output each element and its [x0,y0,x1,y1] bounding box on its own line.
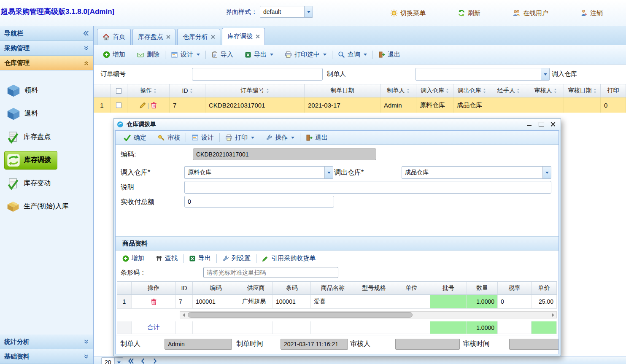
audit-button[interactable]: 审核 [154,132,183,144]
tab-warehouse-analysis[interactable]: 仓库分析 [177,29,220,45]
add-button[interactable]: 增加 [100,49,129,61]
column-settings-button[interactable]: 列设置 [219,252,254,264]
close-icon[interactable] [211,35,215,39]
total-amount-input[interactable] [184,196,334,208]
close-icon[interactable] [166,35,170,39]
column-header-tax[interactable]: 税率 [498,282,532,294]
logout-button[interactable]: 注销 [580,9,603,17]
row-checkbox[interactable] [116,102,121,108]
column-header-batch[interactable]: 批号 [430,282,467,294]
cell-batch[interactable] [430,295,467,309]
column-header-id[interactable]: ID [170,84,205,97]
reference-receipt-button[interactable]: 引用采购收货单 [259,252,319,264]
detail-add-button[interactable]: 增加 [119,252,148,264]
trash-icon[interactable] [150,102,157,109]
column-header-audit-date[interactable]: 审核日期 [564,84,601,97]
horizontal-scrollbar[interactable] [180,311,557,318]
tab-stock-count[interactable]: 库存盘点 [132,29,175,45]
detail-table-row[interactable]: 1 7 100001 广州超易 100001 爱喜 1.0000 0 25.00 [117,295,557,309]
column-header-spec[interactable]: 型号规格 [355,282,393,294]
refresh-button[interactable]: 刷新 [458,9,480,17]
column-header-print[interactable]: 打印 [601,84,626,97]
scrollbar-thumb[interactable] [188,312,413,318]
detail-find-button[interactable]: 查找 [152,252,181,264]
select-all-header[interactable] [111,84,127,97]
sidebar-item-material-issue[interactable]: 领料 [0,79,93,102]
column-header-price[interactable]: 单价 [532,282,557,294]
scroll-right-icon[interactable] [550,312,556,318]
chevron-down-icon[interactable] [324,167,333,178]
note-input[interactable] [184,181,551,194]
scroll-left-icon[interactable] [180,312,187,318]
print-selected-button[interactable]: 打印选中 [281,49,330,61]
dialog-exit-button[interactable]: 退出 [302,132,331,144]
maximize-icon[interactable] [539,122,544,127]
delete-button[interactable]: 删除 [133,49,163,61]
column-header-wh-in[interactable]: 调入仓库 [416,84,453,97]
design-button[interactable]: 设计 [167,49,203,61]
next-page-icon[interactable] [151,357,159,364]
export-button[interactable]: 导出 [241,49,277,61]
import-button[interactable]: 导入 [208,49,237,61]
sidebar-group-statistics[interactable]: 统计分析 [0,334,93,349]
column-header-unit[interactable]: 单位 [393,282,430,294]
order-no-filter-input[interactable] [192,68,323,81]
column-header-qty[interactable]: 数量 [467,282,498,294]
first-page-icon[interactable] [127,357,135,364]
trash-icon[interactable] [150,298,157,305]
maker-filter-combo[interactable] [416,68,550,81]
close-icon[interactable] [256,35,259,38]
confirm-button[interactable]: 确定 [120,132,150,144]
column-header-date[interactable]: 制单日期 [305,84,380,97]
cell-qty[interactable]: 1.0000 [467,295,498,309]
table-row[interactable]: 1 | 7 CKDB20210317001 2021-03-17 Admin 原… [94,97,626,113]
column-header-product-name[interactable]: 商品名称 [311,282,355,294]
sidebar-item-stock-change[interactable]: 库存变动 [0,172,93,195]
exit-button[interactable]: 退出 [375,49,404,61]
column-header-code[interactable]: 编码 [193,282,239,294]
ui-style-combo[interactable]: default [260,6,313,18]
column-header-ops[interactable]: 操作 [132,282,176,294]
warehouse-in-combo[interactable]: 原料仓库 [184,166,333,179]
select-all-checkbox[interactable] [116,88,121,94]
sidebar-item-production-inbound[interactable]: 生产(初始)入库 [0,195,93,218]
online-users-button[interactable]: 在线用户 [513,9,548,17]
chevron-down-icon[interactable] [542,167,551,178]
switch-menu-button[interactable]: 切换菜单 [390,9,426,17]
chevron-down-icon[interactable] [541,68,549,80]
column-header-id[interactable]: ID [176,282,193,294]
chevron-down-icon[interactable] [114,358,123,364]
row-select-cell[interactable] [111,97,127,113]
sidebar-item-stock-count[interactable]: 库存盘点 [0,125,93,148]
sidebar-group-warehouse[interactable]: 仓库管理 [0,56,93,70]
dialog-title-bar[interactable]: 仓库调拨单 [113,119,561,130]
column-header-ops[interactable]: 操作 [127,84,170,97]
query-button[interactable]: 查询 [335,49,370,61]
page-size-combo[interactable]: 20 [101,357,123,364]
chevron-down-icon[interactable] [304,6,313,17]
column-header-supplier[interactable]: 供应商 [239,282,273,294]
barcode-input[interactable] [203,267,338,278]
dialog-operate-button[interactable]: 操作 [262,132,298,144]
column-header-maker[interactable]: 制单人 [380,84,416,97]
tab-stock-transfer[interactable]: 库存调拨 [222,28,265,45]
column-header-handler[interactable]: 经手人 [490,84,527,97]
collapse-left-icon[interactable] [83,31,89,36]
column-header-auditor[interactable]: 审核人 [527,84,564,97]
sidebar-group-base-data[interactable]: 基础资料 [0,349,93,364]
column-header-wh-out[interactable]: 调出仓库 [453,84,490,97]
close-icon[interactable] [550,122,556,127]
column-header-barcode[interactable]: 条码 [273,282,311,294]
warehouse-out-combo[interactable]: 成品仓库 [402,166,551,179]
sidebar-item-stock-transfer[interactable]: 库存调拨 [0,148,93,172]
sidebar-group-purchase[interactable]: 采购管理 [0,41,93,56]
minimize-icon[interactable] [527,122,532,127]
sidebar-item-material-return[interactable]: 退料 [0,102,93,125]
column-header-order-no[interactable]: 订单编号 [205,84,305,97]
dialog-design-button[interactable]: 设计 [188,132,217,144]
tab-home[interactable]: 首页 [97,29,131,45]
prev-page-icon[interactable] [139,357,147,364]
dialog-print-button[interactable]: 打印 [222,132,258,144]
scrollbar-track[interactable] [187,312,550,318]
edit-pencil-icon[interactable] [139,102,146,109]
